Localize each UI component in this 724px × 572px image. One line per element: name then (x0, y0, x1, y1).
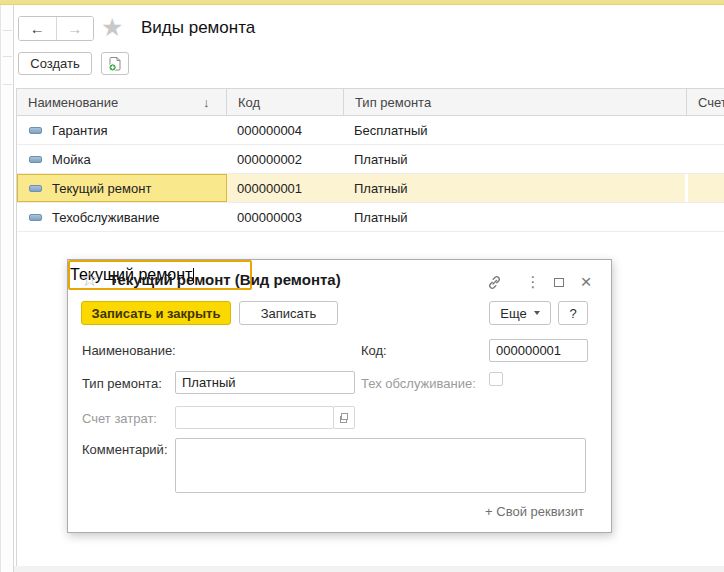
dots-menu-icon: ⋮ (526, 273, 541, 291)
cost-account-field-label: Счет затрат: (82, 411, 157, 426)
catalog-item-icon (29, 156, 42, 163)
column-label: Тип ремонта (355, 95, 431, 110)
column-header-code[interactable]: Код (227, 89, 344, 115)
forward-button[interactable]: → (56, 17, 94, 40)
tech-service-checkbox[interactable] (489, 372, 503, 386)
cell-code: 000000001 (237, 174, 302, 202)
more-button-label: Еще (500, 306, 526, 321)
custom-attribute-link[interactable]: + Свой реквизит (485, 504, 584, 519)
name-field-label: Наименование: (82, 343, 176, 358)
column-label: Код (238, 95, 260, 110)
dialog-favorite-star-icon[interactable]: ☆ (81, 270, 98, 290)
cell-type: Бесплатный (354, 116, 428, 144)
comment-field-label: Комментарий: (82, 442, 168, 457)
table-row[interactable]: Мойка 000000002 Платный (17, 145, 724, 174)
copy-document-plus-icon (107, 56, 123, 72)
save-and-close-button[interactable]: Записать и закрыть (81, 301, 231, 325)
more-button[interactable]: Еще (489, 301, 551, 325)
close-button[interactable]: × (576, 273, 596, 291)
cell-code: 000000003 (237, 203, 302, 231)
help-button[interactable]: ? (558, 301, 588, 325)
rail-divider (3, 84, 12, 85)
cell-name: Текущий ремонт (52, 181, 151, 196)
table-row[interactable]: Техобслуживание 000000003 Платный (17, 203, 724, 232)
column-header-name[interactable]: Наименование ↓ (17, 89, 227, 115)
get-link-button[interactable] (484, 273, 504, 291)
back-button[interactable]: ← (19, 17, 56, 40)
cell-name: Мойка (52, 152, 91, 167)
maximize-icon (554, 278, 564, 287)
catalog-item-icon (29, 214, 42, 221)
column-label: Наименование (28, 95, 118, 110)
table-row-selected[interactable]: Текущий ремонт 000000001 Платный (17, 174, 724, 203)
column-header-account[interactable]: Счет (687, 89, 724, 115)
cell-type: Платный (354, 203, 408, 231)
page-title: Виды ремонта (141, 18, 255, 38)
code-field-label: Код: (361, 343, 387, 358)
close-icon: × (580, 273, 591, 291)
history-nav-group: ← → (18, 16, 94, 41)
repair-type-input[interactable] (175, 371, 355, 394)
favorite-star-icon[interactable]: ★ (101, 13, 123, 41)
cell-name: Техобслуживание (52, 210, 159, 225)
catalog-item-icon (29, 185, 42, 192)
comment-textarea[interactable] (175, 438, 586, 493)
cost-account-open-button[interactable] (333, 406, 355, 429)
column-divider-gap (685, 174, 688, 202)
maximize-button[interactable] (549, 273, 569, 291)
bottom-strip (14, 566, 724, 572)
rail-divider (3, 56, 12, 57)
save-button[interactable]: Записать (239, 301, 338, 325)
cost-account-input[interactable] (175, 406, 334, 429)
dialog-title: Текущий ремонт (Вид ремонта) (109, 271, 341, 288)
element-form-dialog: ☆ Текущий ремонт (Вид ремонта) ⋮ × Запис… (67, 259, 612, 533)
create-button[interactable]: Создать (18, 52, 92, 75)
tech-service-field-label: Тех обслуживание: (361, 376, 476, 391)
cell-name: Гарантия (52, 123, 107, 138)
catalog-item-icon (29, 127, 42, 134)
rail-divider (3, 30, 12, 31)
cell-type: Платный (354, 145, 408, 173)
sort-desc-icon: ↓ (203, 95, 210, 110)
window-menu-button[interactable]: ⋮ (523, 273, 543, 291)
open-squares-icon (340, 413, 348, 423)
forward-arrow-icon: → (67, 21, 82, 36)
top-accent-strip (0, 0, 724, 5)
collapsed-panel-rail[interactable] (0, 5, 14, 572)
column-header-type[interactable]: Тип ремонта (344, 89, 687, 115)
table-body: Гарантия 000000004 Бесплатный Мойка 0000… (17, 116, 724, 232)
dropdown-arrow-icon (534, 311, 540, 315)
link-chain-icon (486, 274, 503, 291)
repair-type-field-label: Тип ремонта: (82, 376, 162, 391)
code-input[interactable] (489, 339, 588, 362)
copy-new-button[interactable] (101, 52, 129, 75)
column-label: Счет (698, 95, 724, 110)
cell-type: Платный (354, 174, 408, 202)
back-arrow-icon: ← (30, 21, 45, 36)
cell-code: 000000004 (237, 116, 302, 144)
cell-code: 000000002 (237, 145, 302, 173)
table-header: Наименование ↓ Код Тип ремонта Счет (17, 88, 724, 116)
table-row[interactable]: Гарантия 000000004 Бесплатный (17, 116, 724, 145)
